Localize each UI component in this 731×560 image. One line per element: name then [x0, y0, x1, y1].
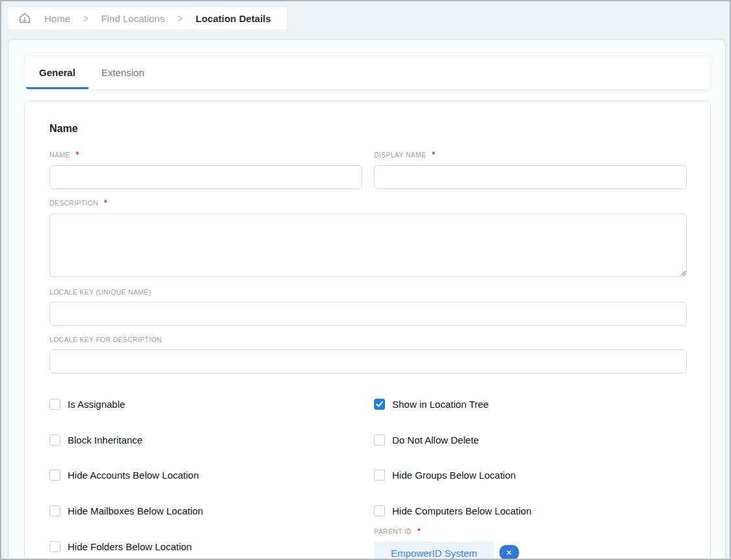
locale-key-label-text: LOCALE KEY (UNIQUE NAME) [49, 288, 151, 296]
checkbox-label: Hide Folders Below Location [68, 541, 192, 552]
locale-key-field-group: LOCALE KEY (UNIQUE NAME) [49, 288, 687, 326]
required-asterisk: * [432, 150, 435, 159]
locale-key-description-field-group: LOCALE KEY FOR DESCRIPTION [49, 336, 687, 373]
tab-bar: General Extension [24, 55, 711, 90]
checkbox-do-not-allow-delete[interactable]: Do Not Allow Delete [374, 434, 479, 446]
locale-key-description-label-text: LOCALE KEY FOR DESCRIPTION [49, 336, 162, 343]
checkbox-label: Hide Mailboxes Below Location [68, 505, 203, 516]
parent-id-label: PARENT ID* [374, 527, 687, 536]
checkbox-icon[interactable] [374, 399, 385, 410]
checkbox-label: Show in Location Tree [392, 399, 488, 410]
home-icon[interactable] [18, 12, 31, 25]
checkbox-show-in-location-tree[interactable]: Show in Location Tree [374, 399, 488, 410]
name-label-text: NAME [49, 151, 70, 159]
breadcrumb: Home > Find Locations > Location Details [8, 7, 287, 29]
checkbox-icon[interactable] [49, 434, 60, 446]
breadcrumb-find-locations[interactable]: Find Locations [101, 13, 165, 24]
content-panel: General Extension Name NAME* DISPLAY NAM… [8, 39, 726, 560]
checkbox-label: Do Not Allow Delete [392, 434, 479, 446]
checkbox-block-inheritance[interactable]: Block Inheritance [49, 434, 142, 446]
section-title: Name [49, 123, 78, 135]
parent-id-field-group: PARENT ID* EmpowerID System ✕ [374, 527, 687, 560]
checkbox-label: Block Inheritance [68, 434, 142, 446]
name-input[interactable] [49, 165, 362, 189]
page: Home > Find Locations > Location Details… [0, 0, 731, 560]
checkbox-icon[interactable] [374, 434, 385, 446]
checkbox-hide-mailboxes-below-location[interactable]: Hide Mailboxes Below Location [49, 505, 203, 516]
description-label: DESCRIPTION* [49, 198, 687, 207]
checkbox-icon[interactable] [374, 505, 385, 516]
checkbox-icon[interactable] [49, 505, 60, 516]
checkbox-hide-accounts-below-location[interactable]: Hide Accounts Below Location [49, 470, 199, 481]
checkbox-label: Hide Computers Below Location [392, 505, 531, 516]
locale-key-label: LOCALE KEY (UNIQUE NAME) [49, 288, 687, 296]
checkbox-hide-folders-below-location[interactable]: Hide Folders Below Location [49, 541, 192, 552]
parent-id-tag: EmpowerID System [374, 542, 494, 560]
display-name-label-text: DISPLAY NAME [374, 151, 426, 159]
checkbox-is-assignable[interactable]: Is Assignable [49, 399, 125, 410]
required-asterisk: * [76, 150, 79, 159]
check-icon [376, 401, 383, 407]
locale-key-input[interactable] [49, 302, 687, 326]
tab-extension[interactable]: Extension [88, 56, 157, 89]
checkbox-icon[interactable] [49, 541, 60, 552]
parent-id-label-text: PARENT ID [374, 527, 412, 535]
checkbox-hide-groups-below-location[interactable]: Hide Groups Below Location [374, 470, 516, 481]
checkbox-hide-computers-below-location[interactable]: Hide Computers Below Location [374, 505, 531, 516]
display-name-label: DISPLAY NAME* [374, 150, 687, 159]
description-field-group: DESCRIPTION* [49, 198, 687, 280]
parent-id-tag-row: EmpowerID System ✕ [374, 542, 687, 560]
required-asterisk: * [418, 527, 421, 536]
checkbox-icon[interactable] [49, 399, 60, 410]
breadcrumb-location-details: Location Details [196, 13, 271, 24]
name-field-group: NAME* [49, 150, 362, 189]
chevron-right-icon: > [83, 12, 88, 25]
required-asterisk: * [104, 198, 107, 207]
display-name-field-group: DISPLAY NAME* [374, 150, 687, 189]
locale-key-description-label: LOCALE KEY FOR DESCRIPTION [49, 336, 687, 343]
close-icon: ✕ [506, 549, 512, 557]
breadcrumb-home[interactable]: Home [44, 13, 70, 24]
checkbox-icon[interactable] [49, 470, 60, 481]
tab-general[interactable]: General [26, 56, 88, 89]
description-textarea[interactable] [49, 213, 687, 277]
description-label-text: DESCRIPTION [49, 199, 98, 207]
display-name-input[interactable] [374, 165, 687, 189]
checkbox-icon[interactable] [374, 470, 385, 481]
checkbox-label: Is Assignable [68, 399, 125, 410]
checkbox-label: Hide Groups Below Location [392, 470, 516, 481]
checkbox-label: Hide Accounts Below Location [68, 470, 199, 481]
name-label: NAME* [49, 150, 362, 159]
chevron-right-icon: > [178, 12, 183, 25]
locale-key-description-input[interactable] [49, 349, 687, 373]
form-card: Name NAME* DISPLAY NAME* DESCRIPTION* LO… [24, 101, 711, 560]
remove-tag-button[interactable]: ✕ [499, 545, 519, 560]
